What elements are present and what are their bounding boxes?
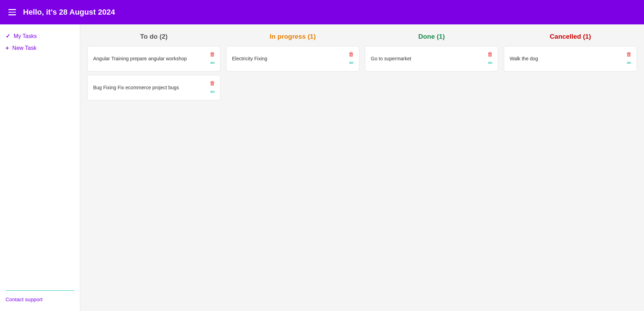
contact-support-link[interactable]: Contact support <box>6 296 43 302</box>
column-todo: To do (2)Angular Training prepare angula… <box>87 33 220 104</box>
main-layout: ✓ My Tasks + New Task Contact support To… <box>0 24 644 311</box>
task-title: Bug Fixing Fix ecommerce project bugs <box>93 84 210 91</box>
plus-icon: + <box>6 45 9 51</box>
column-header-inprogress: In progress (1) <box>226 33 359 40</box>
task-card: Angular Training prepare angular worksho… <box>87 46 220 71</box>
column-header-done: Done (1) <box>365 33 498 40</box>
edit-task-icon[interactable]: ✏ <box>488 60 493 66</box>
check-icon: ✓ <box>6 33 10 39</box>
main-content: To do (2)Angular Training prepare angula… <box>80 24 644 311</box>
sidebar: ✓ My Tasks + New Task Contact support <box>0 24 80 311</box>
task-actions: 🗑✏ <box>210 80 215 95</box>
task-actions: 🗑✏ <box>349 51 354 66</box>
task-card: Electricity Fixing🗑✏ <box>226 46 359 71</box>
column-done: Done (1)Go to supermarket🗑✏ <box>365 33 498 75</box>
edit-task-icon[interactable]: ✏ <box>210 89 215 95</box>
kanban-board: To do (2)Angular Training prepare angula… <box>87 33 637 104</box>
hamburger-menu-icon[interactable] <box>8 9 16 15</box>
task-title: Walk the dog <box>510 55 626 62</box>
column-header-todo: To do (2) <box>87 33 220 40</box>
sidebar-item-my-tasks[interactable]: ✓ My Tasks <box>6 33 74 39</box>
task-actions: 🗑✏ <box>626 51 632 66</box>
column-cancelled: Cancelled (1)Walk the dog🗑✏ <box>504 33 637 75</box>
header-title: Hello, it's 28 August 2024 <box>23 8 115 17</box>
delete-task-icon[interactable]: 🗑 <box>626 51 632 58</box>
column-header-cancelled: Cancelled (1) <box>504 33 637 40</box>
delete-task-icon[interactable]: 🗑 <box>487 51 493 58</box>
sidebar-footer: Contact support <box>6 290 74 303</box>
task-card: Go to supermarket🗑✏ <box>365 46 498 71</box>
sidebar-item-my-tasks-label: My Tasks <box>14 33 37 39</box>
edit-task-icon[interactable]: ✏ <box>210 60 215 66</box>
app-header: Hello, it's 28 August 2024 <box>0 0 644 24</box>
delete-task-icon[interactable]: 🗑 <box>210 51 215 58</box>
task-title: Go to supermarket <box>371 55 487 62</box>
task-card: Bug Fixing Fix ecommerce project bugs🗑✏ <box>87 75 220 100</box>
edit-task-icon[interactable]: ✏ <box>349 60 354 66</box>
sidebar-item-new-task[interactable]: + New Task <box>6 45 74 51</box>
task-title: Electricity Fixing <box>232 55 349 62</box>
sidebar-item-new-task-label: New Task <box>12 45 36 51</box>
task-actions: 🗑✏ <box>210 51 215 66</box>
task-title: Angular Training prepare angular worksho… <box>93 55 210 62</box>
task-actions: 🗑✏ <box>487 51 493 66</box>
sidebar-nav: ✓ My Tasks + New Task <box>6 33 74 51</box>
task-card: Walk the dog🗑✏ <box>504 46 637 71</box>
delete-task-icon[interactable]: 🗑 <box>210 80 215 86</box>
delete-task-icon[interactable]: 🗑 <box>349 51 354 58</box>
edit-task-icon[interactable]: ✏ <box>627 60 631 66</box>
column-inprogress: In progress (1)Electricity Fixing🗑✏ <box>226 33 359 75</box>
